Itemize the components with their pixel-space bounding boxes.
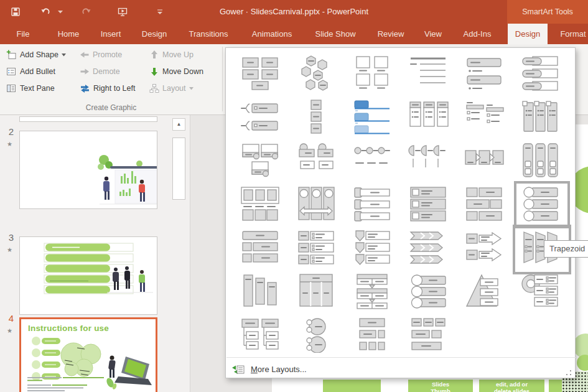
move-down-button[interactable]: Move Down bbox=[149, 65, 203, 78]
layout-titled-picture-blocks[interactable] bbox=[288, 139, 344, 182]
slide-2-number: 2 bbox=[5, 126, 17, 137]
vertical-chevron-list-icon bbox=[351, 230, 393, 266]
layout-inverted-hierarchy[interactable] bbox=[400, 313, 456, 357]
layout-process-circles[interactable] bbox=[344, 139, 400, 182]
layout-pyramid-list[interactable] bbox=[456, 269, 512, 313]
accent-tab-rows-icon bbox=[351, 186, 393, 222]
layout-stacked-title-list[interactable] bbox=[232, 226, 288, 269]
layout-table-list[interactable] bbox=[288, 269, 344, 313]
layout-accent-tab-rows[interactable] bbox=[344, 182, 400, 226]
alternating-hexagons-icon bbox=[295, 55, 337, 91]
tab-slide-show[interactable]: Slide Show bbox=[315, 24, 355, 44]
layout-picture-strips[interactable] bbox=[232, 182, 288, 226]
present-icon bbox=[118, 7, 128, 17]
layout-arrow-bullet-list[interactable] bbox=[456, 226, 512, 269]
tab-transitions[interactable]: Transitions bbox=[189, 24, 228, 44]
layout-alternating-hexagons[interactable] bbox=[288, 52, 344, 95]
layout-horizontal-picture-list[interactable] bbox=[400, 182, 456, 226]
layout-basic-block-list[interactable] bbox=[232, 52, 288, 95]
undo-dropdown-caret[interactable] bbox=[56, 5, 65, 19]
picture-grid-icon bbox=[351, 55, 393, 91]
panel-scroll-up-button[interactable]: ▲ bbox=[172, 118, 185, 131]
layout-lined-list[interactable] bbox=[400, 52, 456, 95]
redo-button[interactable] bbox=[80, 5, 93, 19]
layout-alternating-block-flow[interactable] bbox=[456, 182, 512, 226]
tab-review[interactable]: Review bbox=[378, 24, 404, 44]
layout-hierarchy-list[interactable] bbox=[344, 313, 400, 357]
slide-4-animation-star-icon[interactable]: ★ bbox=[7, 327, 12, 334]
text-pane-button[interactable]: Text Pane bbox=[6, 82, 55, 95]
move-up-button[interactable]: Move Up bbox=[149, 49, 194, 61]
org-chart-icon bbox=[149, 83, 159, 93]
selected-layout-frame bbox=[514, 181, 570, 228]
layout-vertical-rounded-list[interactable] bbox=[512, 139, 568, 182]
pyramid-list-icon bbox=[463, 273, 505, 309]
vertical-panel-list-icon bbox=[519, 99, 561, 135]
tab-smartart-design-active[interactable]: Design bbox=[508, 24, 548, 44]
inverted-hierarchy-icon bbox=[407, 317, 449, 353]
layout-bracket-list[interactable] bbox=[232, 95, 288, 139]
layout-horizontal-bullet-list[interactable] bbox=[288, 226, 344, 269]
more-layouts-label: More Layouts... bbox=[251, 365, 307, 374]
layout-half-circle-list[interactable] bbox=[400, 139, 456, 182]
slide-4-thumbnail-selected[interactable]: Instructions for use bbox=[19, 317, 157, 392]
panel-scrollbar-thumb[interactable] bbox=[172, 138, 185, 200]
slide-1-thumbnail-edge[interactable] bbox=[19, 116, 157, 122]
slide-green-circle bbox=[576, 166, 588, 213]
layout-vertical-box-list[interactable] bbox=[456, 52, 512, 95]
tab-animations[interactable]: Animations bbox=[252, 24, 292, 44]
layout-vertical-tab-list[interactable] bbox=[512, 52, 568, 95]
right-to-left-button[interactable]: Right to Left bbox=[80, 82, 135, 95]
add-shape-button[interactable]: Add Shape bbox=[6, 49, 67, 61]
promote-arrow-icon bbox=[80, 50, 90, 60]
layout-picture-grid[interactable] bbox=[344, 52, 400, 95]
layout-continuous-block-process[interactable] bbox=[456, 139, 512, 182]
layout-labeled-hierarchy[interactable] bbox=[232, 313, 288, 357]
basic-block-list-icon bbox=[239, 55, 281, 91]
gallery-resize-grip[interactable] bbox=[566, 370, 571, 375]
redo-icon bbox=[82, 7, 91, 17]
layout-segmented-down-arrow-process[interactable] bbox=[344, 269, 400, 313]
layout-lined-list-current-theme[interactable] bbox=[344, 95, 400, 139]
more-layouts-icon bbox=[232, 364, 245, 375]
layout-chevron-accent-process[interactable] bbox=[400, 226, 456, 269]
layout-vertical-block-list[interactable] bbox=[288, 95, 344, 139]
layout-vertical-bar-list[interactable] bbox=[232, 269, 288, 313]
layout-button[interactable]: Layout bbox=[149, 82, 194, 95]
layout-picture-caption-blocks[interactable] bbox=[232, 139, 288, 182]
start-slideshow-button[interactable] bbox=[116, 5, 129, 19]
circle-accent-list-icon bbox=[407, 273, 449, 309]
slide-3-thumbnail[interactable] bbox=[19, 236, 157, 315]
slide-3-animation-star-icon[interactable]: ★ bbox=[7, 246, 12, 253]
horizontal-multilevel-icon bbox=[463, 99, 505, 135]
tab-add-ins[interactable]: Add-Ins bbox=[464, 24, 492, 44]
tab-design[interactable]: Design bbox=[142, 24, 167, 44]
layout-caret-icon bbox=[189, 87, 194, 90]
contextual-tools-label: SmartArt Tools bbox=[507, 0, 588, 24]
undo-button[interactable] bbox=[39, 5, 52, 19]
layout-horizontal-multilevel[interactable] bbox=[456, 95, 512, 139]
promote-button[interactable]: Promote bbox=[80, 49, 122, 61]
stacked-title-list-icon bbox=[239, 230, 281, 266]
tab-smartart-format[interactable]: Format bbox=[560, 24, 586, 44]
layout-grouped-list[interactable] bbox=[400, 95, 456, 139]
tab-insert[interactable]: Insert bbox=[101, 24, 121, 44]
demote-button[interactable]: Demote bbox=[80, 65, 120, 78]
layout-radial-bullet-list[interactable] bbox=[512, 269, 568, 313]
layout-vertical-panel-list[interactable] bbox=[512, 95, 568, 139]
layout-circle-accent-list[interactable] bbox=[400, 269, 456, 313]
tab-view[interactable]: View bbox=[424, 24, 442, 44]
layout-vertical-chevron-list[interactable] bbox=[344, 226, 400, 269]
more-layouts-button[interactable]: More Layouts... bbox=[226, 361, 581, 378]
save-button[interactable] bbox=[9, 5, 22, 19]
add-bullet-button[interactable]: Add Bullet bbox=[6, 65, 55, 78]
qat-customize-button[interactable] bbox=[153, 5, 167, 19]
slide-2-thumbnail[interactable] bbox=[19, 131, 157, 209]
slide-2-animation-star-icon[interactable]: ★ bbox=[7, 141, 12, 147]
layout-stacked-circles-list[interactable] bbox=[288, 313, 344, 357]
layout-circle-panel-arrow[interactable] bbox=[288, 182, 344, 226]
smartart-layouts-gallery: Trapezoid More Layouts... bbox=[225, 47, 576, 378]
tab-home[interactable]: Home bbox=[58, 24, 80, 44]
tab-file[interactable]: File bbox=[17, 24, 30, 44]
picture-caption-blocks-icon bbox=[239, 142, 281, 179]
